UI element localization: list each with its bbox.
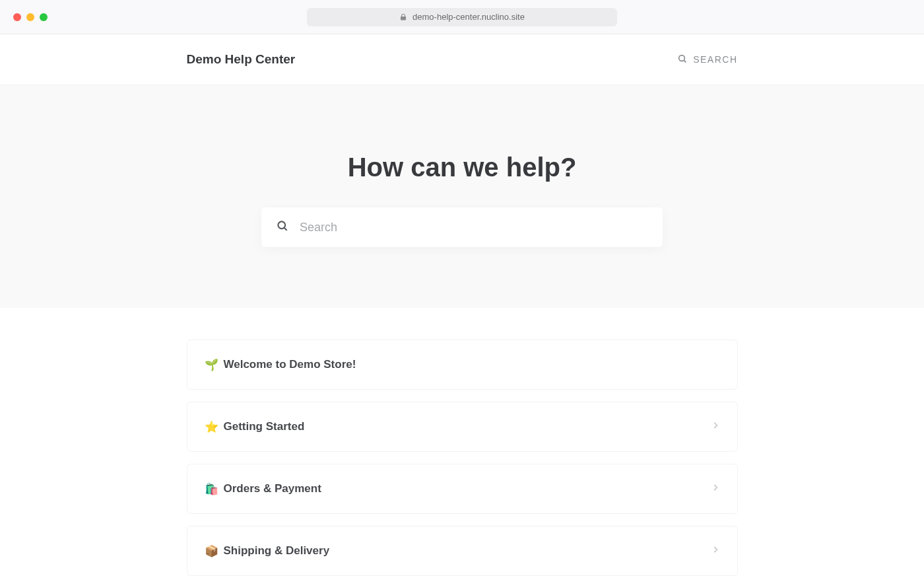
site-header: Demo Help Center SEARCH (0, 34, 924, 85)
header-search-label: SEARCH (693, 54, 737, 65)
category-label: Orders & Payment (224, 482, 321, 495)
category-label: Getting Started (224, 420, 305, 433)
search-icon (677, 54, 688, 66)
category-label: Welcome to Demo Store! (224, 358, 356, 371)
hero-search-input[interactable] (300, 221, 648, 235)
category-list: 🌱 Welcome to Demo Store! ⭐ Getting Start… (187, 340, 738, 576)
header-search-button[interactable]: SEARCH (677, 54, 737, 66)
svg-point-0 (679, 55, 685, 61)
svg-line-3 (284, 228, 287, 231)
close-window-button[interactable] (13, 13, 21, 21)
seedling-icon: 🌱 (205, 359, 218, 371)
site-title[interactable]: Demo Help Center (187, 52, 296, 67)
address-bar[interactable]: demo-help-center.nuclino.site (307, 8, 617, 26)
window-controls (13, 13, 48, 21)
maximize-window-button[interactable] (40, 13, 48, 21)
category-card-orders-payment[interactable]: 🛍️ Orders & Payment (187, 464, 738, 514)
chevron-right-icon (711, 421, 720, 433)
lock-icon (399, 13, 407, 21)
minimize-window-button[interactable] (26, 13, 34, 21)
shopping-bags-icon: 🛍️ (205, 484, 218, 495)
category-label: Shipping & Delivery (224, 544, 330, 558)
hero-heading: How can we help? (348, 153, 577, 182)
search-icon (276, 219, 289, 235)
category-card-welcome[interactable]: 🌱 Welcome to Demo Store! (187, 340, 738, 390)
svg-line-1 (684, 60, 686, 62)
chevron-right-icon (711, 545, 720, 557)
browser-chrome: demo-help-center.nuclino.site (0, 0, 924, 34)
chevron-right-icon (711, 483, 720, 495)
address-bar-url: demo-help-center.nuclino.site (412, 12, 525, 22)
star-icon: ⭐ (205, 421, 218, 433)
hero-search-box[interactable] (261, 207, 663, 247)
category-card-getting-started[interactable]: ⭐ Getting Started (187, 402, 738, 452)
hero-section: How can we help? (0, 85, 924, 308)
category-card-shipping-delivery[interactable]: 📦 Shipping & Delivery (187, 526, 738, 576)
package-icon: 📦 (205, 546, 218, 557)
svg-point-2 (278, 221, 285, 229)
